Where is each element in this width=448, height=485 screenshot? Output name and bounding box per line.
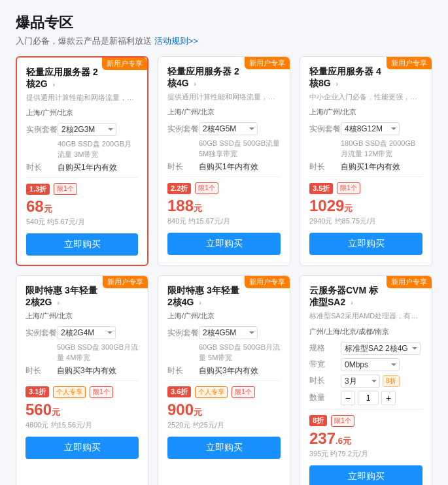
new-user-badge: 新用户专享 [387, 57, 432, 69]
qty-stepper: − + [341, 391, 396, 405]
instance-select[interactable]: 4核8G12M [341, 122, 400, 135]
chevron-icon: › [199, 299, 201, 307]
discount-badge: 3.6折 [167, 386, 191, 397]
buy-button[interactable]: 立即购买 [167, 233, 281, 255]
product-card-card1: 新用户专享轻量应用服务器 2核2G ›提供通用计算性能和网络流量，适合小型网站.… [16, 56, 148, 266]
new-user-badge: 新用户专享 [387, 276, 432, 288]
duration-label: 时长 [167, 365, 199, 376]
instance-label: 实例套餐 [26, 124, 58, 135]
duration-field: 时长 自购买1年内有效 [167, 161, 281, 173]
limit-badge: 限1个 [331, 415, 354, 427]
price-main: 237 [309, 429, 336, 447]
instance-desc: 60GB SSD盘 500GB流量 5M独享带宽 [199, 139, 281, 159]
chevron-icon: › [194, 80, 197, 88]
instance-select[interactable]: 2核2G4M [57, 326, 116, 339]
price-main: 68 [26, 197, 44, 215]
price-row: 3.5折限1个 [309, 182, 422, 194]
duration-value: 自购买3年内有效 [199, 365, 258, 376]
price-divider [167, 176, 281, 177]
spec-field: 规格 标准型SA2 2核4G [309, 342, 422, 355]
price-main: 1029 [309, 197, 344, 214]
price-original: 4800元 约15.56元/月 [26, 420, 139, 430]
instance-field: 实例套餐 2核4G5M [167, 326, 281, 339]
instance-desc: 50GB SSD盘 300GB月流量 4M带宽 [57, 343, 139, 363]
new-user-badge: 新用户专享 [245, 57, 290, 69]
bw-select[interactable]: 0Mbps [341, 358, 400, 371]
qty-minus-button[interactable]: − [341, 391, 355, 405]
instance-desc: 60GB SSD盘 500GB月流量 5M带宽 [199, 343, 281, 363]
duration-label: 时长 [26, 365, 57, 376]
price-original: 540元 约5.67元/月 [26, 217, 138, 227]
price-decimal: .6元 [336, 436, 351, 446]
tag-badge: 个人专享 [53, 386, 86, 398]
bw-label: 带宽 [309, 359, 341, 370]
price-row: 1.3折限1个 [26, 183, 138, 195]
product-card-card5: 新用户专享限时特惠 3年轻量2核4G ›上海/广州/北京 实例套餐 2核4G5M… [158, 275, 290, 485]
price-row: 2.2折限1个 [167, 182, 281, 194]
discount-badge: 8折 [309, 415, 327, 426]
card-location: 上海/广州/北京 [309, 107, 422, 117]
duration-field: 时长 自购买1年内有效 [26, 162, 138, 173]
price-divider [26, 380, 139, 381]
buy-button[interactable]: 立即购买 [26, 233, 138, 256]
product-card-card6: 新用户专享云服务器CVM 标准型SA2 ›标准型SA2采用AMD处理器，有业界领… [300, 275, 432, 485]
card-title: 轻量应用服务器 4核8G › [309, 66, 383, 90]
qty-field: 数量 − + [309, 391, 422, 405]
instance-select[interactable]: 2核4G5M [199, 122, 258, 135]
limit-badge: 限1个 [90, 386, 113, 398]
instance-label: 实例套餐 [167, 124, 199, 135]
time-wrap: 3月 8折 [341, 375, 400, 388]
page-title: 爆品专区 [16, 13, 432, 33]
price-original: 2520元 约25元/月 [167, 420, 281, 430]
bw-field: 带宽 0Mbps [309, 358, 422, 371]
duration-value: 自购买1年内有效 [58, 162, 117, 173]
instance-desc: 40GB SSD盘 200GB月流量 3M带宽 [58, 139, 138, 159]
buy-button[interactable]: 立即购买 [309, 233, 422, 255]
price-display: 237.6元 [309, 429, 422, 448]
price-display: 1029元 [309, 197, 422, 215]
card-title: 云服务器CVM 标准型SA2 › [309, 285, 383, 309]
instance-select[interactable]: 2核4G5M [199, 326, 258, 339]
price-display: 188元 [167, 197, 281, 215]
instance-label: 实例套餐 [26, 327, 57, 339]
card-title: 限时特惠 3年轻量2核4G › [167, 285, 241, 309]
duration-value: 自购买3年内有效 [57, 365, 116, 376]
qty-input[interactable] [358, 391, 379, 405]
buy-button[interactable]: 立即购买 [26, 437, 139, 459]
price-divider [309, 409, 422, 410]
spec-select[interactable]: 标准型SA2 2核4G [341, 342, 421, 355]
card-location: 广州/上海/北京/成都/南京 [309, 327, 422, 337]
discount-badge: 3.5折 [309, 183, 333, 194]
card-desc: 提供通用计算性能和网络流量，适合小型网站... [26, 93, 138, 103]
card-desc: 提供通用计算性能和网络流量，适合小型网站... [167, 92, 281, 102]
limit-badge: 限1个 [195, 182, 218, 194]
card-location: 上海/广州/北京 [26, 311, 139, 321]
price-display: 900元 [167, 401, 281, 419]
card-location: 上海/广州/北京 [26, 108, 138, 118]
new-user-badge: 新用户专享 [245, 276, 290, 288]
activity-link[interactable]: 活动规则>> [154, 36, 198, 46]
price-main: 188 [167, 197, 194, 214]
price-main: 900 [167, 401, 194, 418]
card-title: 轻量应用服务器 2核4G › [167, 66, 241, 90]
time-field: 时长 3月 8折 [309, 375, 422, 388]
card-location: 上海/广州/北京 [167, 107, 281, 117]
buy-button[interactable]: 立即购买 [167, 437, 281, 459]
product-card-card4: 新用户专享限时特惠 3年轻量2核2G ›上海/广州/北京 实例套餐 2核2G4M… [16, 275, 148, 485]
time-discount-badge: 8折 [383, 375, 400, 387]
qty-label: 数量 [309, 392, 341, 403]
qty-plus-button[interactable]: + [381, 391, 396, 405]
duration-value: 自购买1年内有效 [199, 161, 258, 173]
time-select[interactable]: 3月 [341, 375, 380, 388]
discount-badge: 2.2折 [167, 183, 191, 194]
buy-button[interactable]: 立即购买 [309, 465, 422, 485]
page-header: 爆品专区 入门必备，爆款云产品是新福利放送 活动规则>> [16, 13, 432, 47]
limit-badge: 限1个 [337, 182, 360, 194]
price-row: 8折限1个 [309, 415, 422, 427]
instance-select[interactable]: 2核2G3M [58, 123, 116, 136]
price-row: 3.1折个人专享限1个 [26, 386, 139, 398]
instance-field: 实例套餐 2核4G5M [167, 122, 281, 135]
duration-field: 时长 自购买3年内有效 [26, 365, 139, 376]
product-grid: 新用户专享轻量应用服务器 2核2G ›提供通用计算性能和网络流量，适合小型网站.… [16, 56, 432, 485]
price-main: 560 [26, 401, 52, 418]
